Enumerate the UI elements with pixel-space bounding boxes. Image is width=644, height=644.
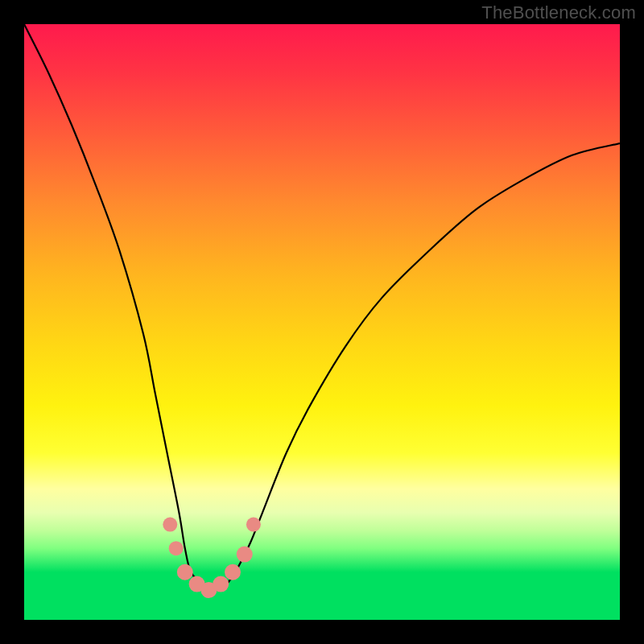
chart-frame: TheBottleneck.com	[0, 0, 644, 644]
curve-path	[24, 24, 620, 590]
plot-area	[24, 24, 620, 620]
marker-dot	[246, 518, 261, 532]
watermark-text: TheBottleneck.com	[481, 2, 636, 23]
marker-dot	[169, 541, 184, 555]
marker-dot	[163, 518, 177, 532]
bottleneck-curve	[24, 24, 620, 620]
marker-dot	[177, 564, 193, 580]
marker-dot	[213, 576, 229, 592]
marker-dot	[237, 547, 253, 563]
marker-dot	[225, 564, 241, 580]
curve-markers	[163, 518, 261, 598]
